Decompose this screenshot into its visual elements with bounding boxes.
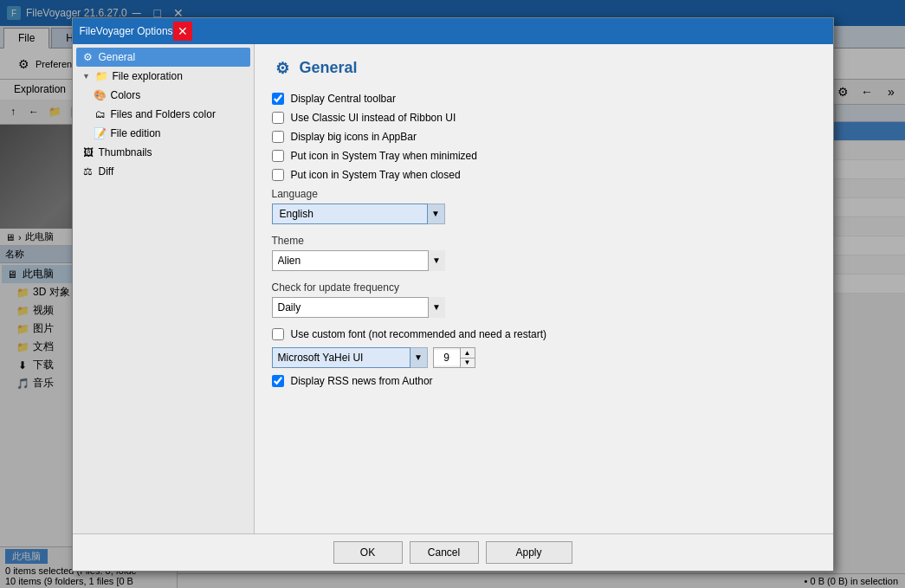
checkbox-classic-ui: Use Classic UI instead of Ribbon UI [272, 112, 816, 124]
nav-item-files-folders-label: Files and Folders color [111, 108, 216, 120]
ok-button[interactable]: OK [333, 541, 403, 564]
thumbnails-nav-icon: 🖼 [81, 145, 95, 159]
font-size-up-button[interactable]: ▲ [461, 348, 475, 358]
font-name-value: Microsoft YaHei UI [278, 352, 364, 364]
rss-checkbox[interactable] [272, 375, 284, 387]
cancel-button[interactable]: Cancel [410, 541, 479, 564]
section-title: ⚙ General [272, 58, 816, 79]
dialog-content: ⚙ General Display Central toolbar Use Cl… [255, 44, 833, 533]
dialog-close-button[interactable]: ✕ [173, 22, 192, 41]
nav-item-file-exploration[interactable]: ▼ 📁 File exploration [76, 67, 250, 86]
section-title-icon: ⚙ [272, 58, 293, 79]
expand-icon: ▼ [81, 71, 92, 81]
dialog-title-bar: FileVoyager Options ✕ [73, 18, 833, 44]
font-size-spinners: ▲ ▼ [460, 348, 475, 367]
options-dialog: FileVoyager Options ✕ ⚙ General ▼ 📁 File… [72, 17, 834, 572]
checkbox-tray-closed: Put icon in System Tray when closed [272, 169, 816, 181]
nav-item-file-edition-label: File edition [111, 127, 161, 139]
font-dropdown-arrow[interactable]: ▼ [410, 347, 428, 368]
big-icons-label[interactable]: Display big icons in AppBar [291, 131, 417, 143]
language-dropdown[interactable]: English ▼ [272, 204, 445, 224]
tray-minimized-checkbox[interactable] [272, 150, 284, 162]
apply-button[interactable]: Apply [486, 541, 572, 564]
colors-nav-icon: 🎨 [94, 88, 107, 102]
big-icons-checkbox[interactable] [272, 131, 284, 143]
nav-item-colors[interactable]: 🎨 Colors [76, 86, 250, 105]
nav-item-colors-label: Colors [111, 89, 141, 101]
dialog-footer: OK Cancel Apply [73, 533, 833, 571]
file-exploration-nav-icon: 📁 [95, 69, 109, 83]
language-selected-value[interactable]: English [272, 204, 428, 224]
font-size-control[interactable]: ▲ ▼ [433, 347, 475, 368]
font-size-input[interactable] [434, 350, 460, 365]
update-frequency-label: Check for update frequency [272, 281, 816, 294]
nav-item-thumbnails-label: Thumbnails [99, 146, 152, 158]
tray-minimized-label[interactable]: Put icon in System Tray when minimized [291, 150, 477, 162]
nav-item-diff[interactable]: ⚖ Diff [76, 162, 250, 181]
nav-item-general-label: General [99, 51, 136, 63]
language-label: Language [272, 188, 816, 200]
font-row: Microsoft YaHei UI ▼ ▲ ▼ [272, 347, 816, 368]
display-toolbar-label[interactable]: Display Central toolbar [291, 93, 396, 105]
checkbox-tray-minimized: Put icon in System Tray when minimized [272, 150, 816, 162]
nav-item-file-exploration-label: File exploration [113, 70, 183, 82]
checkbox-rss: Display RSS news from Author [272, 375, 816, 387]
diff-nav-icon: ⚖ [81, 165, 95, 178]
tray-closed-label[interactable]: Put icon in System Tray when closed [291, 169, 461, 181]
checkbox-custom-font: Use custom font (not recommended and nee… [272, 328, 816, 340]
general-nav-icon: ⚙ [81, 50, 95, 64]
font-size-down-button[interactable]: ▼ [461, 358, 475, 367]
language-group: Language English ▼ [272, 188, 816, 224]
dialog-overlay: FileVoyager Options ✕ ⚙ General ▼ 📁 File… [0, 0, 905, 588]
language-dropdown-arrow[interactable]: ▼ [428, 204, 445, 224]
dialog-body: ⚙ General ▼ 📁 File exploration 🎨 Colors … [73, 44, 833, 533]
update-frequency-group: Check for update frequency Daily Weekly … [272, 281, 816, 318]
dialog-title-text: FileVoyager Options [80, 25, 173, 37]
custom-font-checkbox[interactable] [272, 328, 284, 340]
theme-select[interactable]: Alien Default Dark [272, 250, 445, 271]
nav-item-thumbnails[interactable]: 🖼 Thumbnails [76, 143, 250, 162]
custom-font-label[interactable]: Use custom font (not recommended and nee… [291, 328, 546, 340]
theme-label: Theme [272, 235, 816, 247]
tray-closed-checkbox[interactable] [272, 169, 284, 181]
nav-item-diff-label: Diff [99, 165, 114, 178]
classic-ui-checkbox[interactable] [272, 112, 284, 124]
nav-item-general[interactable]: ⚙ General [76, 48, 250, 67]
checkbox-big-icons: Display big icons in AppBar [272, 131, 816, 143]
folders-color-nav-icon: 🗂 [94, 107, 107, 121]
checkbox-display-toolbar: Display Central toolbar [272, 93, 816, 105]
theme-group: Theme Alien Default Dark ▼ [272, 235, 816, 271]
classic-ui-label[interactable]: Use Classic UI instead of Ribbon UI [291, 112, 456, 124]
dialog-nav: ⚙ General ▼ 📁 File exploration 🎨 Colors … [73, 44, 255, 533]
font-name-select[interactable]: Microsoft YaHei UI [272, 347, 410, 368]
nav-item-files-folders-color[interactable]: 🗂 Files and Folders color [76, 105, 250, 124]
rss-label[interactable]: Display RSS news from Author [291, 375, 433, 387]
file-edition-nav-icon: 📝 [94, 126, 107, 140]
display-toolbar-checkbox[interactable] [272, 93, 284, 105]
nav-item-file-edition[interactable]: 📝 File edition [76, 124, 250, 143]
section-title-text: General [300, 59, 358, 77]
update-frequency-select[interactable]: Daily Weekly Monthly Never [272, 297, 445, 318]
